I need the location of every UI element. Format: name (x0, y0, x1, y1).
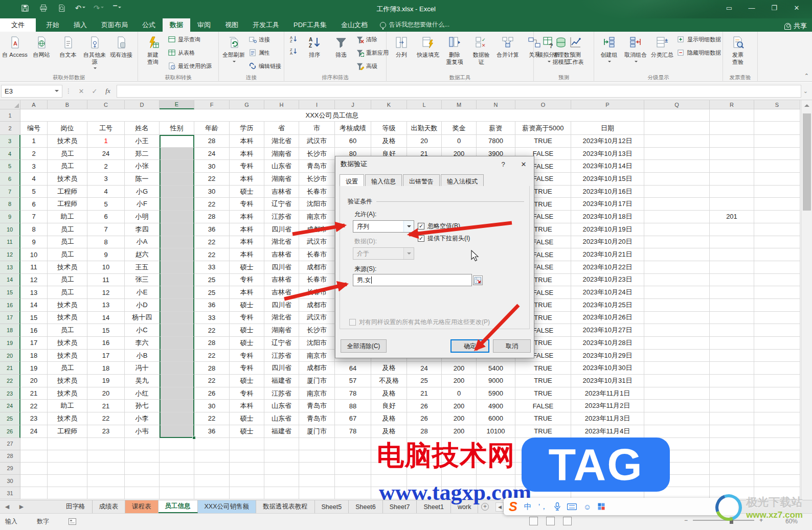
cell[interactable] (335, 450, 371, 463)
cell[interactable] (710, 438, 754, 450)
cell[interactable]: 成都市 (299, 261, 335, 274)
cell[interactable]: 36 (194, 425, 230, 438)
cell[interactable] (194, 487, 230, 499)
row-header-8[interactable]: 8 (0, 198, 20, 211)
cell[interactable]: 小张 (125, 160, 160, 173)
cell[interactable] (754, 475, 800, 487)
cell[interactable]: 2023年10月14日 (571, 160, 644, 173)
cell[interactable] (160, 463, 194, 475)
active-cell-E3[interactable] (160, 135, 194, 148)
column-header-M[interactable]: M (442, 100, 477, 109)
cell[interactable] (710, 312, 754, 325)
scroll-up-icon[interactable] (801, 100, 812, 110)
cell[interactable] (87, 438, 125, 450)
cell[interactable] (754, 135, 800, 148)
row-header-6[interactable]: 6 (0, 173, 20, 186)
cell[interactable] (160, 475, 194, 487)
cell[interactable] (299, 438, 335, 450)
cell[interactable]: 专科 (230, 312, 264, 325)
emoji-icon[interactable]: ☺ (583, 502, 591, 511)
cell[interactable]: 小A (125, 236, 160, 249)
cell[interactable]: 6 (87, 211, 125, 223)
table-header-cell[interactable]: 工号 (87, 122, 125, 135)
cell[interactable]: 5400 (477, 362, 515, 375)
punctuation-icon[interactable]: ’， (538, 502, 548, 512)
cell[interactable]: 2023年10月22日 (571, 261, 644, 274)
cell[interactable]: 0 (442, 387, 477, 400)
ignore-blank-checkbox[interactable]: ✓ 忽略空值(B) (418, 222, 460, 231)
ribbon-display-options-icon[interactable]: ▭ (718, 0, 740, 15)
cell[interactable]: 22 (87, 412, 125, 425)
cell[interactable]: 36 (194, 223, 230, 236)
close-icon[interactable]: ✕ (785, 0, 808, 15)
ribbon-button-自文本[interactable]: 自文本 (55, 33, 81, 73)
cell[interactable]: TRUE (515, 412, 571, 425)
cell[interactable]: 200 (442, 400, 477, 412)
row-header-15[interactable]: 15 (0, 286, 20, 299)
cell[interactable]: 15 (87, 324, 125, 337)
cell[interactable] (264, 463, 299, 475)
cell[interactable] (264, 487, 299, 499)
cell[interactable] (754, 337, 800, 350)
cell[interactable]: 青岛市 (299, 400, 335, 412)
ribbon-button-显示查询[interactable]: 显示查询 (166, 33, 215, 46)
cell[interactable] (230, 487, 264, 499)
column-header-D[interactable]: D (125, 100, 160, 109)
cell[interactable]: 22 (194, 350, 230, 362)
selected-cell[interactable] (160, 186, 194, 198)
column-header-H[interactable]: H (264, 100, 299, 109)
select-all-corner[interactable] (0, 100, 20, 109)
cell[interactable] (710, 450, 754, 463)
cell[interactable]: 王五 (125, 261, 160, 274)
cell[interactable]: 22 (194, 236, 230, 249)
cell[interactable] (299, 475, 335, 487)
cell[interactable]: 本科 (230, 148, 264, 160)
cell[interactable]: 湖南省 (264, 324, 299, 337)
cell[interactable]: 专科 (230, 160, 264, 173)
ribbon-button-自 Access[interactable]: A自 Access (2, 33, 28, 73)
cell[interactable]: 2023年10月30日 (571, 362, 644, 375)
cell[interactable]: 及格 (371, 135, 407, 148)
cell[interactable]: 2023年10月23日 (571, 274, 644, 287)
cell[interactable]: 200 (442, 425, 477, 438)
cell[interactable]: 小C (125, 324, 160, 337)
cell[interactable]: 专科 (230, 350, 264, 362)
cell[interactable]: 员工 (48, 362, 87, 375)
cell[interactable]: 25 (407, 375, 442, 387)
cell[interactable]: 长春市 (299, 186, 335, 198)
cell[interactable]: 22 (194, 173, 230, 186)
ribbon-button-数据验证[interactable]: ✓✕数据验证 (468, 33, 494, 73)
column-header-Q[interactable]: Q (644, 100, 710, 109)
cell[interactable]: 2023年11月2日 (571, 400, 644, 412)
cell[interactable]: 20 (407, 135, 442, 148)
cell[interactable]: 辽宁省 (264, 198, 299, 211)
cell[interactable] (264, 438, 299, 450)
cell[interactable]: 5 (87, 198, 125, 211)
cell[interactable] (754, 160, 800, 173)
cell[interactable]: 10 (20, 248, 48, 261)
cell[interactable]: 24 (407, 362, 442, 375)
cell[interactable]: 成都市 (299, 223, 335, 236)
cell[interactable]: 江苏省 (264, 211, 299, 223)
cell[interactable]: 技术员 (48, 375, 87, 387)
cell[interactable]: 2023年10月17日 (571, 198, 644, 211)
cell[interactable]: 22 (194, 198, 230, 211)
selected-cell[interactable] (160, 148, 194, 160)
cancel-entry-icon[interactable]: ✕ (75, 85, 88, 98)
cell[interactable]: 湖南省 (264, 173, 299, 186)
cell[interactable]: 88 (335, 400, 371, 412)
cell[interactable]: 小红 (125, 387, 160, 400)
column-header-I[interactable]: I (299, 100, 335, 109)
cell[interactable] (87, 463, 125, 475)
cell[interactable]: 湖北省 (264, 312, 299, 325)
ribbon-button-全部刷新[interactable]: 全部刷新 (220, 33, 247, 73)
cell[interactable]: 硕士 (230, 337, 264, 350)
ribbon-tab-PDF工具集[interactable]: PDF工具集 (286, 18, 334, 32)
cell[interactable]: 17 (87, 350, 125, 362)
cell[interactable]: 5900 (477, 387, 515, 400)
cell[interactable]: 0 (442, 135, 477, 148)
cell[interactable] (710, 337, 754, 350)
cell[interactable]: 10 (87, 261, 125, 274)
ribbon-button-属性[interactable]: 属性 (247, 46, 284, 59)
cell[interactable]: 2023年11月3日 (571, 412, 644, 425)
